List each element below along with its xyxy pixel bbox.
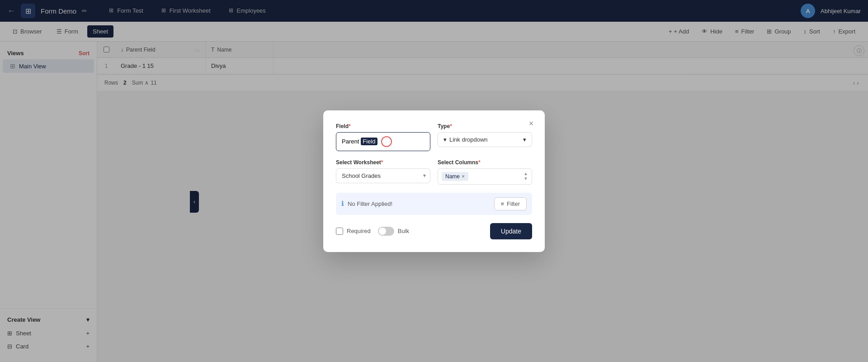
type-value: Link dropdown [449,136,488,143]
type-chevron: ▾ [523,136,526,143]
field-required-mark: * [349,123,351,129]
field-input-group: Field* Parent Field [336,123,430,151]
field-input-wrapper[interactable]: Parent Field [336,132,430,151]
type-input-group: Type* ▾ Link dropdown ▾ [438,123,532,151]
type-dropdown-icon: ▾ [443,136,447,143]
bulk-toggle-switch[interactable] [378,227,394,236]
modal-overlay: × Field* Parent Field Type* [0,0,868,362]
update-button[interactable]: Update [490,223,532,239]
columns-required: * [478,159,481,166]
filter-info: ℹ No Filter Applied! [341,200,392,208]
worksheet-required: * [381,159,383,166]
type-select-inner: ▾ Link dropdown [443,136,488,143]
filter-btn-label: Filter [507,200,520,207]
no-filter-label: No Filter Applied! [348,200,392,207]
field-prefix: Parent [342,138,359,145]
columns-label: Select Columns* [438,159,532,166]
type-select[interactable]: ▾ Link dropdown ▾ [438,132,532,147]
modal-bottom-row: Required Bulk Update [336,223,532,239]
modal-worksheet-columns-row: Select Worksheet* School Grades ▾ Select… [336,159,532,185]
required-label: Required [347,228,371,234]
worksheet-label: Select Worksheet* [336,159,430,166]
columns-tag-text: Name [445,173,460,180]
columns-tag-remove[interactable]: × [462,173,465,180]
filter-apply-button[interactable]: ≡ Filter [494,197,527,210]
columns-input[interactable]: Name × ▲ ▼ [438,168,532,185]
type-required-mark: * [450,123,452,129]
close-icon: × [529,119,534,129]
type-label: Type* [438,123,532,129]
field-highlight: Field [361,138,377,145]
bulk-toggle: Bulk [378,227,409,236]
worksheet-select[interactable]: School Grades [336,168,430,183]
worksheet-field-group: Select Worksheet* School Grades ▾ [336,159,430,185]
update-label: Update [501,228,521,235]
toggle-knob [379,228,386,235]
bulk-label: Bulk [398,228,409,234]
field-label: Field* [336,123,430,129]
col-down-arrow[interactable]: ▼ [524,176,528,181]
columns-field-group: Select Columns* Name × ▲ ▼ [438,159,532,185]
modal-field-type-row: Field* Parent Field Type* ▾ Link dropdow… [336,123,532,151]
col-up-arrow[interactable]: ▲ [524,171,528,176]
modal: × Field* Parent Field Type* [323,110,545,252]
filter-btn-icon: ≡ [501,200,505,207]
columns-arrows: ▲ ▼ [524,171,528,181]
circle-indicator [381,136,392,147]
required-checkbox[interactable] [336,228,343,235]
columns-tag: Name × [442,172,468,181]
modal-close-button[interactable]: × [525,118,538,130]
filter-row: ℹ No Filter Applied! ≡ Filter [336,193,532,215]
worksheet-select-wrapper: School Grades ▾ [336,168,430,183]
filter-info-icon: ℹ [341,200,344,208]
required-check: Required [336,228,371,235]
